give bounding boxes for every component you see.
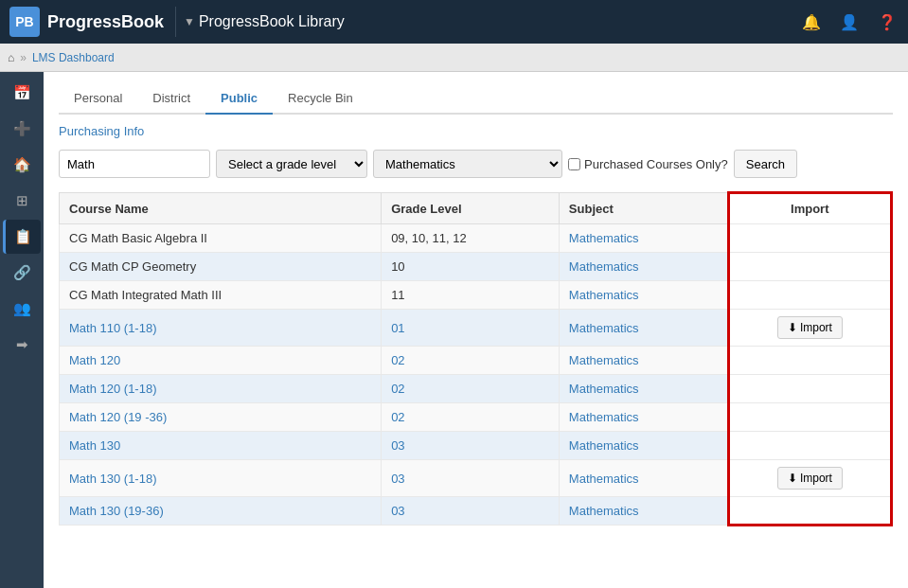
course-name-cell[interactable]: Math 120 (1-18) bbox=[60, 375, 382, 403]
purchased-courses-checkbox-label: Purchased Courses Only? bbox=[568, 157, 728, 171]
subject-cell: Mathematics bbox=[559, 281, 728, 310]
sidebar-item-add[interactable]: ➕ bbox=[3, 112, 41, 146]
sidebar-item-home[interactable]: 🏠 bbox=[3, 148, 41, 182]
course-name-cell[interactable]: Math 120 bbox=[60, 347, 382, 375]
user-icon[interactable]: 👤 bbox=[838, 10, 861, 33]
grade-level-link[interactable]: 02 bbox=[391, 382, 404, 396]
subject-cell: Mathematics bbox=[559, 310, 728, 347]
grade-level-cell: 01 bbox=[382, 310, 560, 347]
tab-public[interactable]: Public bbox=[205, 83, 273, 115]
bell-icon[interactable]: 🔔 bbox=[800, 10, 823, 33]
table-row: Math 12002Mathematics bbox=[60, 347, 892, 375]
table-row: Math 13003Mathematics bbox=[60, 432, 892, 460]
import-cell: ⬇ Import bbox=[728, 310, 891, 347]
grade-level-cell: 03 bbox=[382, 497, 560, 526]
subject-cell: Mathematics bbox=[559, 432, 728, 460]
course-name-cell[interactable]: Math 110 (1-18) bbox=[60, 310, 382, 347]
course-name-cell[interactable]: Math 130 (1-18) bbox=[60, 460, 382, 497]
col-header-import: Import bbox=[728, 193, 891, 224]
grade-level-select[interactable]: Select a grade level 01 02 03 09 10 11 1… bbox=[216, 150, 367, 178]
import-cell bbox=[728, 375, 891, 403]
subject-cell: Mathematics bbox=[559, 224, 728, 253]
grade-level-cell: 02 bbox=[382, 375, 560, 403]
search-button[interactable]: Search bbox=[734, 150, 797, 178]
table-row: Math 130 (1-18)03Mathematics⬇ Import bbox=[60, 460, 892, 497]
breadcrumb-lms-dashboard[interactable]: LMS Dashboard bbox=[32, 51, 115, 64]
table-row: Math 110 (1-18)01Mathematics⬇ Import bbox=[60, 310, 892, 347]
sidebar: 📅 ➕ 🏠 ⊞ 📋 🔗 👥 ➡ bbox=[0, 72, 44, 588]
import-cell bbox=[728, 224, 891, 253]
course-name-link[interactable]: Math 110 (1-18) bbox=[69, 321, 157, 335]
import-cell bbox=[728, 281, 891, 310]
sidebar-item-grid[interactable]: ⊞ bbox=[3, 184, 41, 218]
table-row: CG Math Basic Algebra II09, 10, 11, 12Ma… bbox=[60, 224, 892, 253]
dropdown-arrow-icon[interactable]: ▼ bbox=[184, 15, 195, 28]
sidebar-item-list[interactable]: 📋 bbox=[3, 220, 41, 254]
brand-logo[interactable]: PB ProgressBook bbox=[9, 7, 176, 37]
grade-level-cell: 03 bbox=[382, 432, 560, 460]
grade-level-link[interactable]: 02 bbox=[391, 353, 404, 367]
purchased-courses-checkbox[interactable] bbox=[568, 158, 580, 170]
purchasing-info-link[interactable]: Purchasing Info bbox=[59, 124, 893, 138]
tab-district[interactable]: District bbox=[137, 83, 205, 115]
tabs: Personal District Public Recycle Bin bbox=[59, 83, 893, 115]
course-name-link[interactable]: Math 130 (19-36) bbox=[69, 504, 164, 518]
search-input[interactable] bbox=[59, 150, 210, 178]
sidebar-item-users[interactable]: 👥 bbox=[3, 292, 41, 326]
search-bar: Select a grade level 01 02 03 09 10 11 1… bbox=[59, 150, 893, 178]
nav-icons: 🔔 👤 ❓ bbox=[800, 10, 899, 33]
help-icon[interactable]: ❓ bbox=[876, 10, 899, 33]
import-cell: ⬇ Import bbox=[728, 460, 891, 497]
import-cell bbox=[728, 347, 891, 375]
course-name-link[interactable]: Math 120 (19 -36) bbox=[69, 410, 167, 424]
subject-cell: Mathematics bbox=[559, 403, 728, 432]
course-name-link[interactable]: Math 130 (1-18) bbox=[69, 472, 157, 486]
subject-cell: Mathematics bbox=[559, 497, 728, 526]
course-name-cell[interactable]: Math 130 (19-36) bbox=[60, 497, 382, 526]
grade-level-cell: 02 bbox=[382, 403, 560, 432]
grade-level-cell: 02 bbox=[382, 347, 560, 375]
course-name-cell: CG Math Integrated Math III bbox=[60, 281, 382, 310]
grade-level-cell: 10 bbox=[382, 253, 560, 281]
import-cell bbox=[728, 432, 891, 460]
breadcrumb: ⌂ » LMS Dashboard bbox=[0, 44, 908, 72]
course-name-link[interactable]: Math 120 (1-18) bbox=[69, 382, 157, 396]
import-cell bbox=[728, 403, 891, 432]
table-row: CG Math CP Geometry10Mathematics bbox=[60, 253, 892, 281]
course-name-cell[interactable]: Math 120 (19 -36) bbox=[60, 403, 382, 432]
import-button[interactable]: ⬇ Import bbox=[777, 467, 843, 490]
course-name-cell: CG Math Basic Algebra II bbox=[60, 224, 382, 253]
sidebar-item-calendar[interactable]: 📅 bbox=[3, 76, 41, 110]
subject-cell: Mathematics bbox=[559, 375, 728, 403]
content-area: Personal District Public Recycle Bin Pur… bbox=[44, 72, 908, 588]
import-button[interactable]: ⬇ Import bbox=[777, 316, 843, 339]
grade-level-link[interactable]: 03 bbox=[391, 504, 404, 518]
grade-level-link[interactable]: 03 bbox=[391, 438, 404, 453]
sidebar-item-arrow[interactable]: ➡ bbox=[3, 328, 41, 362]
sidebar-item-link[interactable]: 🔗 bbox=[3, 256, 41, 290]
logo-icon: PB bbox=[9, 7, 40, 37]
grade-level-link[interactable]: 02 bbox=[391, 410, 404, 424]
course-name-link[interactable]: Math 120 bbox=[69, 353, 120, 367]
table-row: Math 130 (19-36)03Mathematics bbox=[60, 497, 892, 526]
import-cell bbox=[728, 497, 891, 526]
subject-cell: Mathematics bbox=[559, 347, 728, 375]
table-row: Math 120 (1-18)02Mathematics bbox=[60, 375, 892, 403]
grade-level-link[interactable]: 01 bbox=[391, 321, 404, 335]
col-header-course-name: Course Name bbox=[60, 193, 382, 224]
grade-level-cell: 11 bbox=[382, 281, 560, 310]
course-name-link[interactable]: Math 130 bbox=[69, 438, 120, 453]
subject-cell: Mathematics bbox=[559, 253, 728, 281]
table-row: Math 120 (19 -36)02Mathematics bbox=[60, 403, 892, 432]
home-breadcrumb-icon[interactable]: ⌂ bbox=[8, 51, 14, 64]
courses-table: Course Name Grade Level Subject Import C… bbox=[59, 191, 893, 526]
subject-select[interactable]: Mathematics Science English bbox=[373, 150, 562, 178]
grade-level-cell: 03 bbox=[382, 460, 560, 497]
subject-cell: Mathematics bbox=[559, 460, 728, 497]
top-nav: PB ProgressBook ▼ ProgressBook Library 🔔… bbox=[0, 0, 908, 44]
tab-recycle-bin[interactable]: Recycle Bin bbox=[273, 83, 368, 115]
grade-level-link[interactable]: 03 bbox=[391, 472, 404, 486]
course-name-cell[interactable]: Math 130 bbox=[60, 432, 382, 460]
col-header-subject: Subject bbox=[559, 193, 728, 224]
tab-personal[interactable]: Personal bbox=[59, 83, 137, 115]
